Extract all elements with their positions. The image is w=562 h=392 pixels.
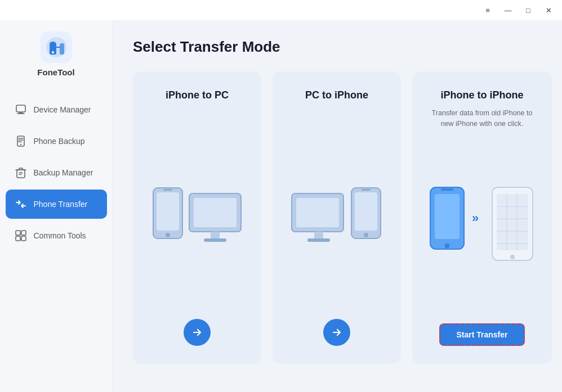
iphone-iphone-svg: » (426, 182, 538, 266)
svg-point-19 (166, 233, 170, 237)
sidebar-item-label: Backup Manager (34, 168, 93, 177)
logo-container: FoneTool (37, 31, 74, 77)
device-manager-icon (15, 103, 27, 116)
sidebar-item-phone-backup[interactable]: Phone Backup (6, 127, 107, 156)
svg-rect-27 (314, 232, 323, 240)
svg-rect-28 (307, 238, 330, 242)
card-arrow-action (184, 319, 211, 346)
page-title: Select Transfer Mode (133, 38, 542, 56)
svg-rect-18 (157, 192, 179, 231)
iphone-to-pc-card: iPhone to PC (133, 71, 261, 364)
card-desc: Transfer data from old iPhone to new iPh… (426, 108, 538, 129)
svg-point-2 (52, 51, 54, 53)
start-transfer-button[interactable]: Start Transfer (439, 323, 524, 346)
pc-to-iphone-arrow-button[interactable] (323, 319, 350, 346)
svg-rect-14 (21, 231, 26, 235)
iphone-to-iphone-card: iPhone to iPhone Transfer data from old … (412, 71, 552, 364)
arrow-right-icon (191, 327, 203, 338)
phone-backup-icon (15, 135, 27, 147)
sidebar-item-device-manager[interactable]: Device Manager (6, 95, 107, 124)
svg-rect-30 (355, 192, 377, 231)
svg-rect-20 (163, 189, 172, 191)
arrow-right-icon (331, 327, 342, 338)
card-title: iPhone to PC (166, 89, 229, 101)
title-bar: ≡ — □ ✕ (0, 0, 562, 20)
backup-manager-icon (15, 166, 27, 179)
app-logo-icon (41, 31, 72, 63)
card-title: iPhone to iPhone (441, 89, 524, 101)
sidebar-item-label: Phone Backup (34, 137, 85, 146)
start-transfer-action: Start Transfer (439, 323, 524, 346)
svg-text:»: » (472, 211, 479, 225)
svg-rect-13 (16, 231, 20, 235)
svg-point-7 (20, 144, 21, 145)
app-name: FoneTool (37, 67, 74, 77)
svg-rect-24 (204, 238, 226, 242)
svg-point-35 (445, 244, 450, 249)
iphone-to-pc-illustration (146, 137, 248, 305)
svg-rect-36 (441, 188, 453, 191)
phone-transfer-icon (15, 198, 27, 210)
pc-iphone-svg (286, 177, 387, 267)
iphone-pc-svg (146, 177, 248, 267)
sidebar-item-common-tools[interactable]: Common Tools (6, 221, 107, 250)
app-body: FoneTool Device Manager Phone Backup (0, 20, 562, 392)
sidebar-item-backup-manager[interactable]: Backup Manager (6, 158, 107, 187)
card-title: PC to iPhone (305, 89, 368, 101)
svg-rect-26 (296, 198, 339, 227)
svg-rect-15 (16, 236, 20, 241)
iphone-to-pc-arrow-button[interactable] (184, 319, 211, 346)
svg-rect-16 (21, 236, 26, 241)
main-content: Select Transfer Mode iPhone to PC (113, 20, 562, 392)
svg-point-31 (364, 233, 368, 237)
pc-to-iphone-illustration (286, 137, 387, 305)
menu-button[interactable]: ≡ (479, 3, 497, 17)
maximize-button[interactable]: □ (519, 3, 537, 17)
svg-rect-22 (194, 198, 237, 227)
sidebar-item-phone-transfer[interactable]: Phone Transfer (6, 190, 107, 219)
sidebar-item-label: Common Tools (34, 231, 86, 240)
common-tools-icon (15, 229, 27, 242)
sidebar-item-label: Phone Transfer (34, 200, 88, 209)
svg-point-46 (510, 255, 515, 259)
sidebar-item-label: Device Manager (34, 105, 91, 114)
cards-container: iPhone to PC (133, 71, 542, 364)
svg-rect-3 (16, 105, 25, 112)
svg-rect-34 (435, 194, 460, 239)
close-button[interactable]: ✕ (539, 3, 557, 17)
minimize-button[interactable]: — (499, 3, 517, 17)
pc-to-iphone-card: PC to iPhone (273, 71, 401, 364)
svg-rect-32 (362, 189, 371, 191)
sidebar: FoneTool Device Manager Phone Backup (0, 20, 113, 392)
svg-rect-23 (211, 232, 220, 240)
svg-rect-39 (497, 194, 528, 250)
iphone-to-iphone-illustration: » (426, 138, 538, 310)
card-arrow-action (323, 319, 350, 346)
